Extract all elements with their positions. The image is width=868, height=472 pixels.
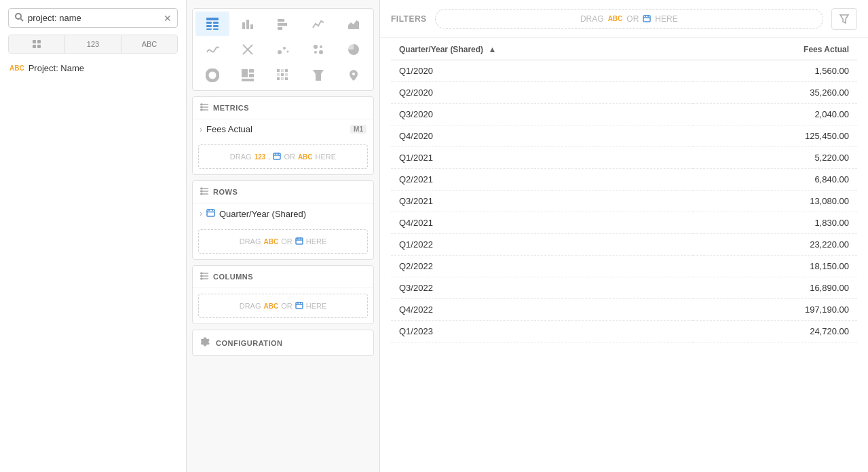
cell-quarter: Q1/2023 <box>391 321 693 342</box>
svg-rect-3 <box>37 40 41 43</box>
table-row: Q1/2023 24,720.00 <box>391 321 857 342</box>
col-header-fees[interactable]: Fees Actual <box>693 38 857 60</box>
type-btn-grid[interactable] <box>9 35 65 53</box>
cell-quarter: Q2/2021 <box>391 169 693 191</box>
field-name-project: Project: Name <box>29 63 84 73</box>
left-panel: project: name ✕ 123 ABC ABC Project: Nam… <box>0 0 187 472</box>
type-btn-number-label: 123 <box>87 40 99 48</box>
svg-point-44 <box>352 73 355 75</box>
table-row: Q4/2021 1,830.00 <box>391 212 857 234</box>
columns-drag-cal <box>295 301 303 311</box>
metrics-comma: , <box>268 153 270 161</box>
svg-rect-65 <box>296 238 303 244</box>
metrics-drag-or: OR <box>284 153 295 161</box>
row-quarter-name: Quarter/Year (Shared) <box>219 209 306 219</box>
svg-rect-32 <box>249 74 254 77</box>
table-row: Q1/2022 23,220.00 <box>391 234 857 256</box>
chart-icon-line[interactable] <box>301 12 335 36</box>
svg-point-74 <box>201 278 202 279</box>
middle-panel: METRICS › Fees Actual M1 DRAG 123 , OR <box>187 0 380 472</box>
columns-drag-abc: ABC <box>264 302 279 310</box>
chart-icon-treemap[interactable] <box>231 63 265 87</box>
chart-icon-map[interactable] <box>337 63 371 87</box>
data-table: Quarter/Year (Shared) ▲ Fees Actual Q1/2… <box>391 38 857 342</box>
field-item-project-name[interactable]: ABC Project: Name <box>8 60 178 76</box>
col-header-quarter[interactable]: Quarter/Year (Shared) ▲ <box>391 38 693 60</box>
chart-icon-scatter[interactable] <box>266 37 300 62</box>
svg-rect-5 <box>37 45 41 48</box>
filters-label: FILTERS <box>391 14 427 24</box>
type-btn-number[interactable]: 123 <box>65 35 121 53</box>
table-row: Q4/2020 125,450.00 <box>391 125 857 147</box>
chart-icon-pie[interactable] <box>337 37 371 62</box>
cell-quarter: Q3/2022 <box>391 277 693 299</box>
chart-icons-grid <box>192 8 374 91</box>
chart-icon-heatmap[interactable] <box>266 63 300 87</box>
filters-drag-here: HERE <box>655 14 677 24</box>
svg-rect-35 <box>281 69 284 72</box>
metric-fees-left: › Fees Actual <box>200 124 252 134</box>
chart-icon-bar[interactable] <box>231 12 265 36</box>
chart-icon-area[interactable] <box>337 12 371 36</box>
search-input[interactable]: project: name <box>28 13 159 23</box>
configuration-block[interactable]: CONFIGURATION <box>192 330 374 356</box>
columns-drag-label: DRAG <box>240 302 261 310</box>
metric-fees-name: Fees Actual <box>206 124 252 134</box>
rows-drag-area: DRAG ABC OR HERE <box>198 229 368 254</box>
row-quarter-year[interactable]: › Quarter/Year (Shared) <box>193 203 373 224</box>
cell-quarter: Q3/2020 <box>391 104 693 125</box>
type-btn-text[interactable]: ABC <box>121 35 177 53</box>
svg-point-48 <box>201 104 202 105</box>
svg-point-22 <box>278 50 282 54</box>
svg-point-28 <box>319 50 323 54</box>
svg-marker-83 <box>840 15 848 23</box>
cell-quarter: Q2/2020 <box>391 82 693 104</box>
chart-icon-funnel[interactable] <box>301 63 335 87</box>
svg-rect-2 <box>33 40 36 43</box>
svg-point-24 <box>287 51 289 53</box>
metrics-list-icon <box>200 102 209 113</box>
chart-icon-wave[interactable] <box>195 37 229 62</box>
chart-icon-bar-h[interactable] <box>266 12 300 36</box>
svg-rect-17 <box>278 23 287 26</box>
svg-point-49 <box>201 106 202 108</box>
search-icon <box>14 12 24 24</box>
metric-fees-actual[interactable]: › Fees Actual M1 <box>193 119 373 139</box>
columns-drag-or: OR <box>281 302 293 310</box>
svg-point-23 <box>283 47 286 50</box>
svg-rect-9 <box>206 25 212 27</box>
svg-point-25 <box>314 45 318 49</box>
cell-fees: 24,720.00 <box>693 321 857 342</box>
svg-rect-38 <box>281 73 284 76</box>
cell-fees: 1,560.00 <box>693 60 857 82</box>
table-body: Q1/2020 1,560.00 Q2/2020 35,260.00 Q3/20… <box>391 60 857 342</box>
filter-funnel-button[interactable] <box>831 8 857 30</box>
svg-rect-11 <box>206 28 212 30</box>
svg-point-58 <box>201 188 202 189</box>
svg-rect-8 <box>213 22 219 24</box>
type-buttons: 123 ABC <box>8 35 178 54</box>
cell-fees: 13,080.00 <box>693 191 857 212</box>
svg-rect-12 <box>213 28 219 30</box>
metrics-drag-area: DRAG 123 , OR ABC HERE <box>198 144 368 169</box>
svg-rect-42 <box>285 77 288 80</box>
table-header: Quarter/Year (Shared) ▲ Fees Actual <box>391 38 857 60</box>
close-icon[interactable]: ✕ <box>164 13 172 24</box>
cell-quarter: Q3/2021 <box>391 191 693 212</box>
svg-rect-14 <box>246 20 249 29</box>
chart-icon-cross[interactable] <box>231 37 265 62</box>
chart-icon-donut[interactable] <box>195 63 229 87</box>
filters-drag-label: DRAG <box>580 14 604 24</box>
chart-icon-table[interactable] <box>195 12 229 36</box>
cell-fees: 1,830.00 <box>693 212 857 234</box>
filters-drag-or: OR <box>626 14 639 24</box>
data-table-wrapper: Quarter/Year (Shared) ▲ Fees Actual Q1/2… <box>380 38 868 472</box>
svg-rect-40 <box>277 77 280 80</box>
svg-line-1 <box>21 19 24 22</box>
chevron-right-icon: › <box>200 125 202 134</box>
chart-icon-pie-dot[interactable] <box>301 37 335 62</box>
svg-rect-30 <box>242 69 248 77</box>
table-row: Q2/2021 6,840.00 <box>391 169 857 191</box>
metrics-drag-cal <box>273 152 281 161</box>
row-cal-icon <box>206 208 215 219</box>
